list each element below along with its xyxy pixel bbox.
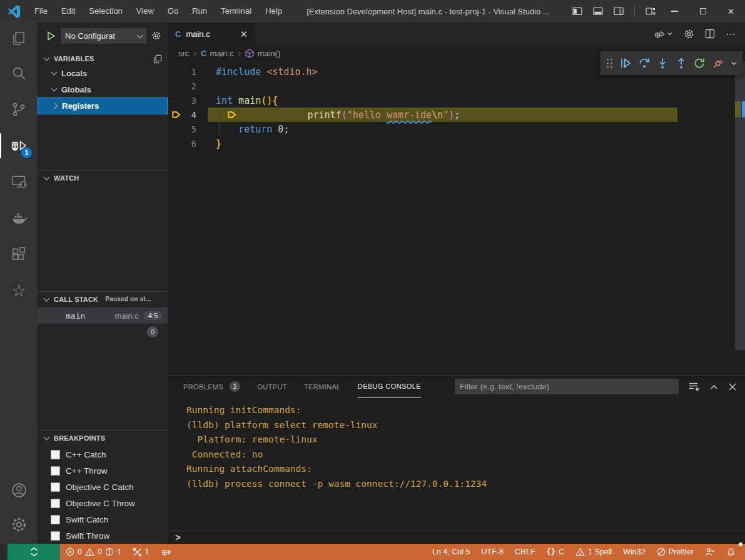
menu-terminal[interactable]: Terminal — [214, 0, 258, 22]
checkbox[interactable] — [51, 531, 60, 541]
disconnect-icon[interactable] — [712, 54, 725, 72]
breakpoint-row[interactable]: Objective C Throw — [38, 495, 168, 511]
debug-status-icon[interactable] — [155, 544, 178, 560]
close-panel-icon[interactable] — [728, 382, 737, 391]
source-control-icon[interactable] — [0, 91, 38, 128]
copy-icon[interactable] — [153, 54, 162, 64]
continue-icon[interactable] — [619, 54, 632, 72]
code-editor[interactable]: 1 #include <stdio.h> 2 3 int main(){ — [168, 61, 745, 375]
call-stack-frame-row[interactable]: main main.c 4:5 — [38, 308, 168, 324]
account-icon[interactable] — [0, 474, 38, 506]
variables-scope-globals[interactable]: Globals — [38, 81, 168, 98]
step-over-icon[interactable] — [637, 54, 651, 72]
formatter-status[interactable]: Prettier — [651, 544, 699, 560]
tools-status[interactable]: 1 — [127, 544, 155, 560]
notifications-bell-icon[interactable] — [721, 544, 741, 560]
more-actions-icon[interactable]: ⋯ — [726, 28, 736, 40]
cursor-position[interactable]: Ln 4, Col 5 — [427, 544, 475, 560]
tab-terminal[interactable]: TERMINAL — [304, 376, 341, 398]
checkbox[interactable] — [51, 499, 60, 508]
variables-scope-locals[interactable]: Locals — [38, 65, 168, 81]
checkbox[interactable] — [51, 466, 60, 476]
toolbar-grip-icon[interactable] — [606, 54, 614, 72]
menu-edit[interactable]: Edit — [54, 0, 82, 22]
checkbox[interactable] — [51, 450, 60, 459]
menu-go[interactable]: Go — [161, 0, 185, 22]
close-tab-icon[interactable]: ✕ — [240, 29, 248, 39]
menu-file[interactable]: File — [28, 0, 54, 22]
breakpoint-row[interactable]: Swift Throw — [38, 528, 168, 544]
watch-section-header[interactable]: WATCH — [38, 170, 168, 185]
chevron-down-icon[interactable] — [730, 54, 737, 72]
start-debug-icon[interactable] — [47, 31, 56, 41]
debug-settings-gear-icon[interactable] — [151, 31, 161, 41]
editor-settings-gear-icon[interactable] — [684, 29, 694, 39]
maximize-button[interactable] — [689, 0, 717, 22]
editor-scrollbar[interactable] — [735, 61, 745, 350]
breakpoint-row[interactable]: Swift Catch — [38, 511, 168, 528]
step-into-icon[interactable] — [656, 54, 669, 72]
docker-icon[interactable] — [0, 200, 38, 236]
clear-console-icon[interactable] — [688, 381, 700, 392]
title-bar: File Edit Selection View Go Run Terminal… — [0, 0, 745, 22]
toggle-sidebar-icon[interactable] — [572, 6, 582, 16]
variables-scope-registers[interactable]: Registers — [38, 98, 168, 114]
current-line-gutter-arrow-icon[interactable] — [168, 110, 184, 119]
language-mode[interactable]: {} C — [541, 544, 570, 560]
run-or-debug-button[interactable] — [654, 29, 673, 39]
breakpoint-row[interactable]: Objective C Catch — [38, 479, 168, 495]
menu-run[interactable]: Run — [185, 0, 214, 22]
variables-section-header[interactable]: VARIABLES — [38, 51, 168, 66]
code-line-5[interactable]: 5 return 0; — [168, 122, 745, 136]
checkbox[interactable] — [51, 482, 60, 492]
encoding-indicator[interactable]: UTF-8 — [475, 544, 509, 560]
run-and-debug-icon[interactable]: 1 — [0, 128, 38, 164]
feedback-icon[interactable] — [699, 544, 721, 560]
tab-problems[interactable]: PROBLEMS 1 — [183, 376, 240, 398]
menu-view[interactable]: View — [129, 0, 161, 22]
indent-guide — [219, 108, 220, 136]
minimize-button[interactable] — [661, 0, 689, 22]
tab-main-c[interactable]: C main.c ✕ — [168, 22, 255, 45]
debug-console-input[interactable]: > — [168, 531, 745, 544]
breakpoint-row[interactable]: C++ Throw — [38, 462, 168, 479]
breakpoint-row[interactable]: C++ Catch — [38, 446, 168, 462]
close-button[interactable]: ✕ — [717, 0, 745, 22]
debug-console-output[interactable]: Running initCommands: (lldb) platform se… — [168, 398, 745, 531]
settings-gear-icon[interactable] — [0, 506, 38, 542]
search-icon[interactable] — [0, 55, 38, 91]
remote-explorer-icon[interactable] — [0, 164, 38, 200]
breakpoints-section-header[interactable]: BREAKPOINTS — [38, 430, 168, 445]
breadcrumb-folder[interactable]: src — [178, 49, 189, 58]
tab-debug-console[interactable]: DEBUG CONSOLE — [358, 376, 421, 398]
debug-config-dropdown[interactable]: No Configurat — [61, 28, 146, 44]
code-line-4-current[interactable]: 4 printf("hello wamr-ide\n"); — [168, 108, 745, 122]
step-out-icon[interactable] — [675, 54, 688, 72]
split-editor-icon[interactable] — [705, 29, 715, 39]
remote-indicator[interactable] — [8, 544, 60, 560]
tab-output[interactable]: OUTPUT — [257, 376, 287, 398]
problems-status[interactable]: 0 0 1 — [60, 544, 127, 560]
call-stack-section-header[interactable]: CALL STACK Paused on st... — [38, 291, 168, 306]
favorites-star-icon[interactable]: ☆ — [0, 272, 38, 309]
explorer-icon[interactable] — [0, 22, 38, 55]
menu-help[interactable]: Help — [258, 0, 289, 22]
platform-indicator[interactable]: Win32 — [617, 544, 651, 560]
toggle-secondary-sidebar-icon[interactable] — [614, 6, 624, 16]
restart-icon[interactable] — [693, 54, 706, 72]
status-bar: 0 0 1 1 Ln 4, Col 5 UTF-8 CRLF {} C 1 Sp… — [0, 544, 745, 560]
chevron-right-icon — [52, 103, 58, 109]
extensions-icon[interactable] — [0, 236, 38, 272]
breadcrumb-symbol[interactable]: main() — [245, 49, 280, 58]
menu-selection[interactable]: Selection — [82, 0, 129, 22]
console-filter-input[interactable] — [455, 379, 679, 394]
debug-config-label: No Configurat — [65, 31, 115, 41]
maximize-panel-chevron-icon[interactable] — [709, 383, 719, 391]
checkbox[interactable] — [51, 515, 60, 524]
breadcrumb-file[interactable]: C main.c — [201, 49, 234, 58]
toggle-panel-icon[interactable] — [593, 6, 603, 16]
breakpoint-label: Swift Catch — [66, 515, 108, 524]
customize-layout-icon[interactable] — [646, 6, 656, 16]
spell-checker-status[interactable]: 1 Spell — [570, 544, 617, 560]
eol-indicator[interactable]: CRLF — [509, 544, 541, 560]
